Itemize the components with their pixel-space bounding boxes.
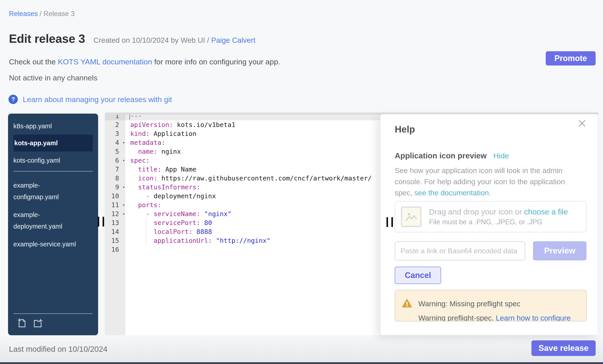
last-modified-text: Last modified on 10/10/2024 — [9, 345, 107, 353]
icon-url-input[interactable] — [395, 241, 525, 260]
footer-bar: Last modified on 10/10/2024 — [0, 335, 603, 362]
new-file-icon[interactable] — [16, 318, 27, 329]
created-on-text: Created on 10/10/2024 by Web UI / Paige … — [93, 36, 255, 44]
line-number: 3 — [105, 129, 125, 138]
file-item[interactable]: example-configmap.yaml — [13, 179, 93, 203]
warning-icon — [402, 298, 412, 309]
breadcrumb-current: Release 3 — [44, 10, 75, 18]
file-item[interactable]: kots-config.yaml — [13, 154, 93, 167]
line-number: 16 — [105, 245, 125, 254]
bottom-edge-strip — [0, 362, 603, 364]
file-item[interactable]: kots-app.yaml — [13, 134, 93, 152]
edit-release-page: Releases / Release 3 Edit release 3 Crea… — [0, 0, 603, 364]
question-circle-icon: ? — [9, 95, 18, 104]
author-link[interactable]: Paige Calvert — [211, 36, 255, 44]
git-help-link[interactable]: ? Learn about managing your releases wit… — [9, 95, 172, 104]
panel-resize-handle[interactable] — [386, 217, 388, 227]
line-number: 11▾ — [105, 200, 125, 210]
line-number: 7 — [105, 165, 125, 174]
line-number: 12▾ — [105, 210, 125, 218]
line-number: 4▾ — [105, 138, 125, 147]
git-help-label: Learn about managing your releases with … — [23, 95, 172, 104]
line-number: 9▾ — [105, 183, 125, 192]
file-list: k8s-app.yamlkots-app.yamlkots-config.yam… — [8, 114, 98, 250]
file-list-divider — [13, 171, 93, 172]
file-item[interactable]: example-deployment.yaml — [13, 209, 93, 232]
icon-preview-description: See how your application icon will look … — [395, 165, 578, 199]
file-sidebar: k8s-app.yamlkots-app.yamlkots-config.yam… — [8, 114, 98, 335]
learn-configure-link[interactable]: Learn how to configure — [496, 314, 571, 321]
image-placeholder-icon — [401, 207, 421, 227]
see-documentation-link[interactable]: see the documentation — [414, 189, 489, 197]
line-number: 2 — [105, 120, 125, 129]
promote-button[interactable]: Promote — [546, 51, 596, 66]
file-item[interactable]: k8s-app.yaml — [13, 120, 93, 132]
choose-file-link[interactable]: choose a file — [524, 207, 568, 216]
hide-link[interactable]: Hide — [493, 152, 509, 160]
line-number: 8 — [105, 174, 125, 183]
sidebar-resize-handle[interactable] — [103, 217, 104, 227]
breadcrumb-separator: / — [38, 10, 44, 18]
sidebar-resize-handle[interactable] — [98, 217, 99, 227]
fold-arrow-icon[interactable]: ▾ — [123, 210, 125, 218]
line-number: 15 — [105, 236, 125, 245]
breadcrumb: Releases / Release 3 — [9, 10, 75, 18]
icon-drop-zone[interactable]: Drag and drop your icon or choose a file… — [395, 201, 587, 232]
fold-arrow-icon[interactable]: ▾ — [123, 183, 125, 192]
line-number: 6▾ — [105, 156, 125, 165]
fold-arrow-icon[interactable]: ▾ — [123, 138, 125, 147]
warning-detail: Warning preflight-spec. Learn how to con… — [418, 314, 571, 321]
icon-preview-section-title: Application icon preview — [395, 151, 487, 160]
fold-arrow-icon[interactable]: ▾ — [123, 156, 125, 165]
warning-title: Warning: Missing preflight spec — [418, 300, 520, 308]
sidebar-divider — [13, 313, 93, 314]
cancel-button[interactable]: Cancel — [395, 267, 441, 284]
kots-yaml-doc-link[interactable]: KOTS YAML documentation — [58, 57, 152, 66]
line-number: 10 — [105, 192, 125, 200]
line-number: 14 — [105, 227, 125, 236]
preview-button[interactable]: Preview — [533, 241, 587, 260]
fold-arrow-icon[interactable]: ▾ — [123, 200, 125, 210]
channel-status-text: Not active in any channels — [9, 74, 97, 82]
save-release-button[interactable]: Save release — [531, 340, 596, 356]
panel-resize-handle[interactable] — [391, 217, 393, 227]
line-number: 13 — [105, 218, 125, 227]
line-number: 5 — [105, 147, 125, 156]
sidebar-footer — [13, 313, 93, 329]
breadcrumb-releases-link[interactable]: Releases — [9, 10, 38, 18]
drop-zone-hint: File must be a .PNG, .JPEG, or .JPG — [429, 218, 568, 226]
close-icon[interactable] — [577, 118, 587, 129]
page-title: Edit release 3 — [9, 32, 85, 45]
file-item[interactable]: example-service.yaml — [13, 238, 93, 250]
new-folder-icon[interactable] — [33, 318, 43, 329]
help-panel-title: Help — [395, 124, 415, 135]
help-panel: Help Application icon preview Hide See h… — [380, 114, 598, 335]
drop-zone-text: Drag and drop your icon or choose a file — [429, 207, 568, 216]
preflight-warning-box: Warning: Missing preflight spec Warning … — [395, 290, 587, 321]
kots-doc-line: Check out the KOTS YAML documentation fo… — [9, 57, 280, 66]
